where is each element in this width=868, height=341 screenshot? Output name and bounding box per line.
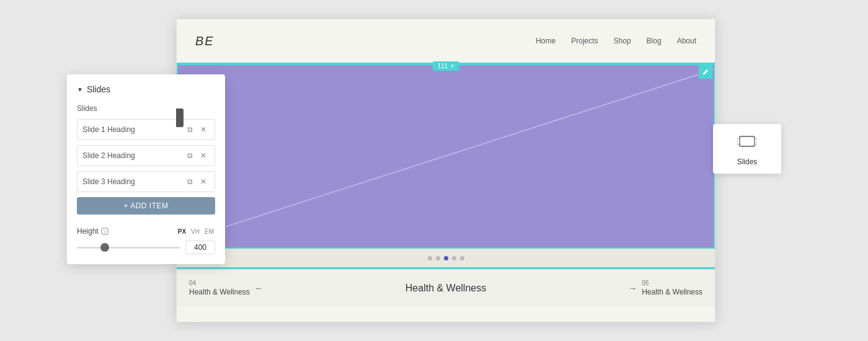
- slides-tooltip: Slides: [713, 124, 781, 174]
- height-section: Height i PX VH EM: [77, 227, 215, 254]
- svg-line-2: [177, 69, 715, 242]
- footer-nav: 04 Health & Wellness ← Health & Wellness…: [177, 269, 715, 306]
- height-info-icon: i: [101, 228, 108, 235]
- slide-item-3-delete[interactable]: ✕: [197, 175, 210, 188]
- slides-tooltip-icon: [737, 134, 757, 153]
- unit-px[interactable]: PX: [177, 228, 187, 236]
- slide-item-3: Slide 3 Heading ⧉ ✕: [77, 171, 215, 192]
- slide-item-1-label: Slide 1 Heading: [82, 125, 182, 134]
- site-logo: BE: [195, 34, 215, 48]
- slide-item-1-delete[interactable]: ✕: [197, 123, 210, 136]
- slider-row: [77, 241, 215, 254]
- slide-diagonal-svg: [177, 63, 715, 249]
- slide-content: [177, 63, 715, 249]
- panel-header: ▼ Slides: [77, 84, 215, 94]
- nav-link-blog[interactable]: Blog: [647, 37, 662, 45]
- height-row: Height i PX VH EM: [77, 227, 215, 236]
- dots-row: [177, 249, 715, 267]
- footer-nav-left-inner: 04 Health & Wellness ←: [189, 280, 264, 296]
- slides-section-label: Slides: [77, 104, 215, 113]
- svg-rect-4: [740, 136, 755, 146]
- slides-panel: ▼ Slides Slides Slide 1 Heading ⧉ ✕ Slid…: [67, 74, 225, 264]
- footer-left-num: 04: [189, 280, 250, 286]
- nav-link-projects[interactable]: Projects: [571, 37, 598, 45]
- pencil-icon: [702, 68, 709, 76]
- slide-item-2-label: Slide 2 Heading: [82, 151, 182, 160]
- nav-links: Home Projects Shop Blog About: [536, 37, 696, 45]
- height-label: Height i: [77, 227, 108, 236]
- unit-group: PX VH EM: [177, 228, 215, 236]
- carousel-icon: [737, 134, 757, 149]
- nav-link-about[interactable]: About: [677, 37, 696, 45]
- panel-handle: [176, 108, 184, 127]
- footer-right-arrow[interactable]: →: [628, 283, 637, 293]
- slide-item-2: Slide 2 Heading ⧉ ✕: [77, 145, 215, 166]
- dot-3[interactable]: [444, 256, 448, 260]
- footer-nav-center: Health & Wellness: [405, 283, 486, 294]
- edit-badge-close[interactable]: ×: [450, 63, 454, 69]
- slides-tooltip-label: Slides: [737, 157, 758, 166]
- slide-item-3-label: Slide 3 Heading: [82, 177, 182, 186]
- height-input[interactable]: [185, 241, 215, 254]
- unit-vh[interactable]: VH: [190, 228, 201, 236]
- nav-link-shop[interactable]: Shop: [614, 37, 631, 45]
- unit-em[interactable]: EM: [203, 228, 215, 236]
- footer-left-content: 04 Health & Wellness: [189, 280, 250, 296]
- panel-title: Slides: [87, 84, 110, 94]
- edit-badge-num: 111: [438, 63, 448, 69]
- slide-item-2-duplicate[interactable]: ⧉: [184, 149, 196, 162]
- dot-2[interactable]: [436, 256, 440, 260]
- footer-left-arrow[interactable]: ←: [255, 283, 264, 293]
- slide-item-2-delete[interactable]: ✕: [197, 149, 210, 162]
- footer-right-label: Health & Wellness: [642, 288, 702, 296]
- add-item-button[interactable]: + ADD ITEM: [77, 197, 215, 215]
- footer-nav-left: 04 Health & Wellness ←: [189, 280, 264, 296]
- panel-collapse-arrow[interactable]: ▼: [77, 86, 83, 93]
- footer-nav-right-inner: → 05 Health & Wellness: [628, 280, 702, 296]
- slide-edit-icon[interactable]: [699, 65, 712, 79]
- slide-items-list: Slide 1 Heading ⧉ ✕ Slide 2 Heading ⧉ ✕ …: [77, 119, 215, 192]
- edit-badge[interactable]: 111 ×: [433, 61, 459, 71]
- nav-link-home[interactable]: Home: [536, 37, 556, 45]
- svg-text:i: i: [104, 229, 105, 234]
- footer-right-num: 05: [642, 280, 702, 286]
- slide-item-3-duplicate[interactable]: ⧉: [184, 175, 196, 188]
- footer-nav-right: → 05 Health & Wellness: [628, 280, 702, 296]
- nav-bar: BE Home Projects Shop Blog About: [177, 19, 715, 63]
- selection-bar-bottom: [177, 267, 715, 269]
- footer-left-label: Health & Wellness: [189, 288, 250, 296]
- footer-right-content: 05 Health & Wellness: [642, 280, 702, 296]
- website-preview: BE Home Projects Shop Blog About 111 ×: [176, 19, 715, 322]
- slide-item-1-duplicate[interactable]: ⧉: [184, 123, 196, 136]
- slideshow-wrapper: 111 ×: [177, 63, 715, 269]
- dot-5[interactable]: [460, 256, 464, 260]
- dot-4[interactable]: [452, 256, 456, 260]
- height-slider[interactable]: [77, 247, 180, 249]
- dot-1[interactable]: [428, 256, 432, 260]
- slide-item-1: Slide 1 Heading ⧉ ✕: [77, 119, 215, 140]
